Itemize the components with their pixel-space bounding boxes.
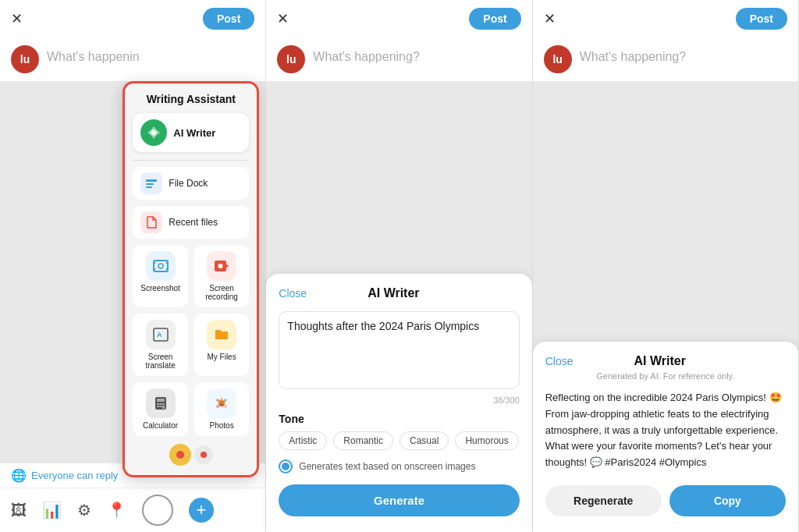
compose-text-1[interactable]: What's happenin [47, 45, 140, 64]
radio-inner [282, 463, 289, 470]
svg-rect-17 [159, 406, 162, 407]
bottom-bar-1: 🖼 📊 ⚙ 📍 + [0, 488, 265, 532]
panel-content-3: Close AI Writer Generated by AI. For ref… [533, 81, 798, 532]
add-button-1[interactable]: + [189, 498, 214, 523]
svg-point-0 [152, 131, 156, 135]
recent-files-item[interactable]: Recent files [133, 206, 249, 239]
tone-romantic[interactable]: Romantic [333, 431, 393, 450]
tone-casual[interactable]: Casual [400, 431, 449, 450]
result-actions-3: Regenerate Copy [545, 485, 786, 516]
compose-row-1: lu What's happenin [0, 37, 265, 81]
file-dock-item[interactable]: File Dock [133, 167, 249, 200]
card-title-2: AI Writer [368, 286, 419, 300]
calculator-icon [146, 388, 176, 418]
ai-writer-result-card: Close AI Writer Generated by AI. For ref… [533, 342, 798, 532]
radio-dot[interactable] [279, 459, 293, 473]
close-button-3[interactable]: ✕ [544, 10, 556, 27]
result-close-3[interactable]: Close [545, 355, 574, 367]
svg-rect-14 [159, 403, 162, 405]
svg-rect-12 [157, 399, 165, 402]
screen-recording-item[interactable]: Screen recording [194, 245, 250, 307]
card-close-2[interactable]: Close [279, 287, 307, 300]
ai-writer-label: AI Writer [173, 127, 215, 139]
file-dock-label: File Dock [169, 178, 208, 189]
screenshot-icon [146, 251, 176, 281]
ai-textarea-2[interactable] [279, 311, 519, 389]
wa-dots [133, 444, 249, 466]
tone-humorous[interactable]: Humorous [455, 431, 518, 450]
close-button-2[interactable]: ✕ [277, 10, 289, 27]
screenshot-item[interactable]: Screenshot [133, 245, 188, 307]
result-subtitle-3: Generated by AI. For reference only. [545, 371, 786, 381]
compose-row-3: lu What's happening? [533, 37, 798, 81]
panel-2: ✕ Post lu What's happening? Close AI Wri… [266, 0, 532, 532]
reply-text-1[interactable]: Everyone can reply [31, 470, 118, 481]
my-files-item[interactable]: My Files [194, 314, 250, 376]
svg-rect-18 [162, 406, 165, 409]
card-header-2: Close AI Writer [279, 286, 519, 300]
reply-icon-1: 🌐 [11, 468, 27, 483]
screen-translate-icon: A [146, 320, 176, 349]
screen-recording-label: Screen recording [197, 284, 247, 301]
calculator-label: Calculator [143, 421, 178, 430]
compose-row-2: lu What's happening? [266, 37, 531, 81]
ai-writer-input-card: Close AI Writer 38/300 Tone Artistic Rom… [266, 274, 531, 532]
panel-1: ✕ Post lu What's happenin Writing Assist… [0, 0, 266, 532]
photos-label: Photos [210, 421, 234, 430]
regenerate-button[interactable]: Regenerate [545, 485, 662, 516]
post-button-3[interactable]: Post [736, 8, 787, 30]
tone-label-2: Tone [279, 413, 519, 425]
post-button-2[interactable]: Post [469, 8, 520, 30]
poll-icon-1[interactable]: 📊 [42, 501, 62, 520]
result-title-3: AI Writer [634, 354, 686, 368]
screen-translate-item[interactable]: A Screen translate [133, 314, 188, 376]
screenshot-label: Screenshot [140, 284, 180, 293]
svg-point-22 [216, 399, 219, 402]
tone-artistic[interactable]: Artistic [279, 431, 327, 450]
top-bar-3: ✕ Post [533, 0, 798, 37]
settings-icon-1[interactable]: ⚙ [77, 501, 91, 520]
location-icon-1[interactable]: 📍 [107, 501, 126, 520]
wa-divider-1 [133, 160, 249, 161]
photos-icon [207, 388, 236, 418]
home-button-1[interactable] [142, 495, 173, 526]
char-count-2: 38/300 [279, 395, 519, 405]
compose-text-2[interactable]: What's happening? [313, 45, 419, 64]
dot-2 [194, 445, 213, 464]
svg-rect-4 [154, 261, 168, 271]
avatar-3: lu [544, 45, 572, 73]
compose-text-3[interactable]: What's happening? [580, 45, 686, 64]
svg-rect-2 [146, 183, 154, 185]
post-button-1[interactable]: Post [203, 8, 254, 30]
svg-rect-16 [157, 406, 159, 407]
svg-point-21 [224, 399, 227, 402]
calculator-item[interactable]: Calculator [133, 382, 188, 436]
screen-translate-label: Screen translate [136, 353, 185, 370]
panel-content-1: Writing Assistant AI Writer [0, 81, 265, 463]
svg-point-23 [216, 405, 219, 408]
generate-button[interactable]: Generate [279, 484, 519, 516]
close-button-1[interactable]: ✕ [11, 10, 23, 27]
svg-rect-13 [157, 403, 159, 405]
image-icon-1[interactable]: 🖼 [11, 502, 27, 520]
svg-text:A: A [157, 331, 162, 339]
svg-rect-15 [162, 403, 165, 405]
dot-1 [169, 444, 191, 466]
copy-button[interactable]: Copy [669, 485, 786, 516]
screen-recording-icon [207, 251, 236, 281]
avatar-1: lu [11, 45, 39, 73]
top-bar-1: ✕ Post [0, 0, 265, 37]
recent-files-label: Recent files [169, 217, 218, 228]
svg-rect-3 [146, 186, 152, 188]
writing-assistant-popup: Writing Assistant AI Writer [123, 81, 259, 477]
avatar-2: lu [277, 45, 305, 73]
result-text-3: Reflecting on the incredible 2024 Paris … [545, 390, 786, 471]
ai-writer-icon [140, 119, 167, 146]
onscreen-row: Generates text based on onscreen images [279, 459, 519, 473]
svg-point-8 [218, 264, 223, 268]
wa-title: Writing Assistant [133, 93, 249, 105]
photos-item[interactable]: Photos [194, 382, 250, 436]
onscreen-text: Generates text based on onscreen images [299, 461, 475, 472]
wa-grid: Screenshot Screen recording [133, 245, 249, 436]
ai-writer-button[interactable]: AI Writer [133, 113, 249, 152]
